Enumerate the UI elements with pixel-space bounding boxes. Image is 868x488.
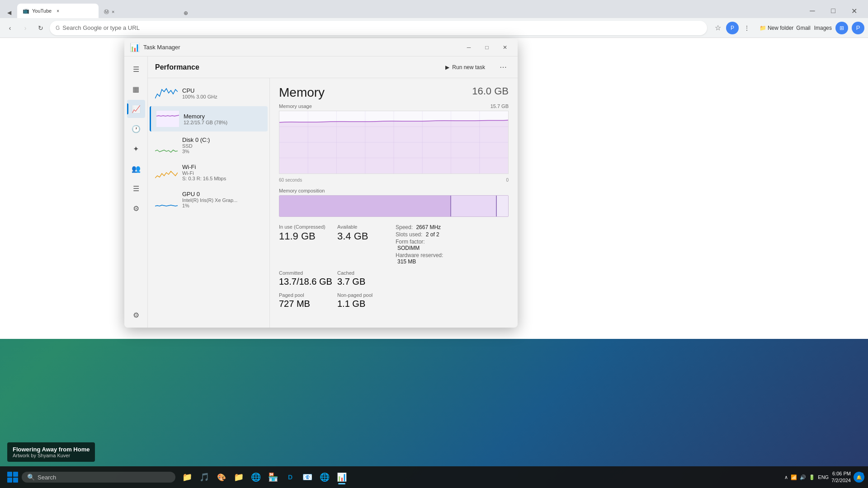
images-link[interactable]: Images bbox=[814, 25, 832, 31]
tray-network-icon[interactable]: 📶 bbox=[791, 474, 797, 480]
tm-minimize-btn[interactable]: ─ bbox=[462, 41, 476, 54]
profile-btn[interactable]: P bbox=[726, 22, 739, 34]
stat-speed-section: Speed: 2667 MHz Slots used: 2 of 2 Form … bbox=[396, 224, 450, 265]
sidebar-details-btn[interactable]: ☰ bbox=[127, 179, 145, 197]
wifi-sub: Wi-Fi S: 0.3 R: 16.5 Mbps bbox=[182, 170, 262, 181]
notification-btn[interactable]: 🔔 bbox=[854, 472, 864, 483]
taskbar-taskmanager-icon[interactable]: 📊 bbox=[334, 469, 350, 485]
forward-btn[interactable]: › bbox=[19, 22, 32, 34]
graph-time-left: 60 seconds bbox=[279, 178, 302, 183]
disk-info: Disk 0 (C:) SSD 3% bbox=[182, 136, 262, 154]
stat-committed: Committed 13.7/18.6 GB bbox=[279, 270, 334, 287]
google-apps-btn[interactable]: ⊞ bbox=[835, 22, 848, 34]
taskbar-chrome-icon[interactable]: 🌐 bbox=[316, 469, 333, 485]
detail-total: 16.0 GB bbox=[472, 85, 509, 97]
run-task-label: Run new task bbox=[452, 64, 485, 70]
comp-bar bbox=[279, 195, 509, 217]
start-button[interactable] bbox=[4, 468, 22, 486]
windows-logo bbox=[7, 472, 18, 483]
comp-used bbox=[279, 196, 451, 216]
sidebar-startup-btn[interactable]: ✦ bbox=[127, 140, 145, 158]
tray-volume-icon[interactable]: 🔊 bbox=[800, 474, 806, 480]
taskbar-winstore-icon[interactable]: 🏪 bbox=[265, 469, 281, 485]
taskbar-app1-icon[interactable]: 🎵 bbox=[196, 469, 212, 485]
taskbar-explorer-icon[interactable]: 📁 bbox=[179, 469, 195, 485]
run-new-task-btn[interactable]: ▶ Run new task bbox=[440, 61, 491, 73]
speed-label: Speed: bbox=[396, 224, 413, 230]
taskbar-app2-icon[interactable]: 🎨 bbox=[213, 469, 230, 485]
chrome-toolbar: ‹ › ↻ G Search Google or type a URL ☆ P … bbox=[0, 18, 868, 38]
tm-icon: 📊 bbox=[130, 42, 140, 52]
bookmark-btn[interactable]: ☆ bbox=[712, 22, 724, 34]
taskbar-search[interactable]: 🔍 Search bbox=[22, 472, 175, 483]
device-item-memory[interactable]: Memory 12.2/15.7 GB (78%) bbox=[150, 106, 268, 131]
sidebar-performance-btn[interactable]: 📈 bbox=[127, 100, 145, 118]
chrome-tab-inactive[interactable]: Ⓜ × bbox=[99, 5, 181, 18]
reload-btn[interactable]: ↻ bbox=[34, 22, 47, 34]
settings-icon: ⚙ bbox=[133, 311, 139, 319]
new-folder-bookmark[interactable]: 📁 New folder bbox=[760, 25, 793, 31]
wifi-chart bbox=[155, 164, 178, 181]
available-value: 3.4 GB bbox=[337, 230, 368, 242]
device-item-cpu[interactable]: CPU 100% 3.00 GHz bbox=[150, 80, 268, 106]
close-btn[interactable]: ✕ bbox=[844, 4, 864, 18]
device-item-gpu[interactable]: GPU 0 Intel(R) Iris(R) Xe Grap... 1% bbox=[150, 186, 268, 213]
nonpaged-value: 1.1 GB bbox=[337, 299, 392, 309]
sidebar-overview-btn[interactable]: ▦ bbox=[127, 80, 145, 98]
system-tray: ∧ 📶 🔊 🔋 ENG 6:06 PM 7/2/2024 🔔 bbox=[784, 470, 864, 484]
tray-battery-icon[interactable]: 🔋 bbox=[809, 474, 815, 480]
taskbar-app3-icon[interactable]: 📁 bbox=[231, 469, 247, 485]
stat-paged: Paged pool 727 MB bbox=[279, 292, 334, 309]
maximize-btn[interactable]: □ bbox=[823, 4, 844, 18]
tab-close-btn[interactable]: × bbox=[54, 7, 61, 14]
graph-labels: 60 seconds 0 bbox=[279, 178, 509, 183]
more-options-btn[interactable]: ⋯ bbox=[496, 60, 510, 75]
taskbar-dell-icon[interactable]: D bbox=[282, 469, 298, 485]
stat-available: Available 3.4 GB bbox=[337, 224, 392, 265]
clock-time: 6:06 PM bbox=[831, 470, 851, 477]
sidebar-users-btn[interactable]: 👥 bbox=[127, 160, 145, 178]
task-manager-window: 📊 Task Manager ─ □ ✕ ☰ ▦ 📈 🕐 ✦ 👥 bbox=[124, 38, 518, 328]
tm-body: ☰ ▦ 📈 🕐 ✦ 👥 ☰ ⚙ ⚙ bbox=[124, 56, 518, 328]
address-bar[interactable]: G Search Google or type a URL bbox=[50, 21, 707, 35]
chrome-tab-active[interactable]: 📺 YouTube × bbox=[17, 4, 99, 18]
address-text: Search Google or type a URL bbox=[62, 24, 140, 31]
device-item-disk[interactable]: Disk 0 (C:) SSD 3% bbox=[150, 132, 268, 159]
nonpaged-label: Non-paged pool bbox=[337, 292, 392, 298]
details-icon: ☰ bbox=[133, 184, 139, 193]
stats-row2: Committed 13.7/18.6 GB Cached 3.7 GB bbox=[279, 270, 509, 287]
gmail-link[interactable]: Gmail bbox=[796, 25, 810, 31]
menu-btn[interactable]: ⋮ bbox=[741, 22, 753, 34]
more-tabs-btn[interactable]: ⊕ bbox=[182, 8, 190, 18]
tm-content: CPU 100% 3.00 GHz Mem bbox=[148, 78, 518, 328]
tm-header-title: Performance bbox=[155, 63, 434, 71]
sidebar-services-btn[interactable]: ⚙ bbox=[127, 199, 145, 217]
tm-titlebar: 📊 Task Manager ─ □ ✕ bbox=[124, 38, 518, 56]
device-item-wifi[interactable]: Wi-Fi Wi-Fi S: 0.3 R: 16.5 Mbps bbox=[150, 159, 268, 186]
taskbar-edge-icon[interactable]: 🌐 bbox=[248, 469, 264, 485]
sidebar-settings-btn[interactable]: ⚙ bbox=[127, 306, 145, 324]
tab2-close[interactable]: × bbox=[112, 9, 114, 14]
account-btn[interactable]: P bbox=[852, 22, 864, 34]
sidebar-hamburger-btn[interactable]: ☰ bbox=[127, 60, 145, 78]
slots-label: Slots used: bbox=[396, 231, 422, 238]
tray-lang[interactable]: ENG bbox=[818, 474, 829, 480]
tm-close-btn[interactable]: ✕ bbox=[498, 41, 512, 54]
sidebar-history-btn[interactable]: 🕐 bbox=[127, 120, 145, 138]
clock[interactable]: 6:06 PM 7/2/2024 bbox=[831, 470, 851, 484]
tm-maximize-btn[interactable]: □ bbox=[480, 41, 494, 54]
cpu-sub: 100% 3.00 GHz bbox=[182, 94, 262, 99]
taskbar-mail-icon[interactable]: 📧 bbox=[299, 469, 316, 485]
paged-label: Paged pool bbox=[279, 292, 334, 298]
artwork-caption: Flowering Away from Home Artwork by Shya… bbox=[7, 442, 95, 462]
tray-chevron[interactable]: ∧ bbox=[784, 474, 788, 480]
back-btn[interactable]: ‹ bbox=[4, 22, 16, 34]
device-list: CPU 100% 3.00 GHz Mem bbox=[148, 78, 270, 328]
memory-detail-panel: Memory 16.0 GB Memory usage 15.7 GB bbox=[270, 78, 518, 328]
tab-back-btn[interactable]: ◀ bbox=[4, 7, 14, 18]
minimize-btn[interactable]: ─ bbox=[802, 4, 823, 18]
gpu-info: GPU 0 Intel(R) Iris(R) Xe Grap... 1% bbox=[182, 191, 262, 208]
search-icon: 🔍 bbox=[27, 474, 35, 481]
performance-icon: 📈 bbox=[132, 105, 141, 113]
committed-value: 13.7/18.6 GB bbox=[279, 277, 334, 287]
